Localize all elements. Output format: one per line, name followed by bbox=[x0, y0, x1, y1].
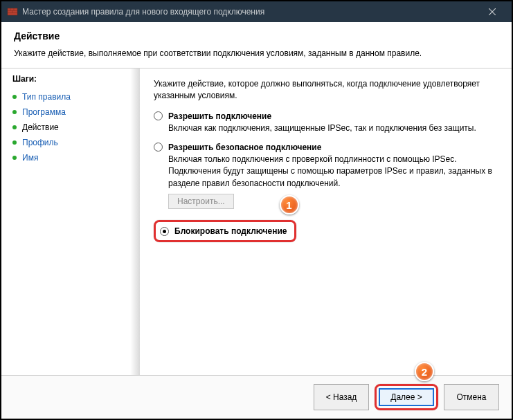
step-profile[interactable]: Профиль bbox=[12, 135, 129, 150]
page-title: Действие bbox=[14, 30, 499, 42]
page-description: Укажите действие, выполняемое при соотве… bbox=[14, 48, 499, 58]
radio-block[interactable] bbox=[160, 227, 169, 236]
callout-badge-1: 1 bbox=[280, 195, 299, 214]
step-name[interactable]: Имя bbox=[12, 150, 129, 165]
bullet-icon bbox=[12, 110, 17, 114]
callout-badge-2: 2 bbox=[415, 362, 434, 381]
step-link[interactable]: Программа bbox=[22, 107, 66, 117]
titlebar: Мастер создания правила для нового входя… bbox=[1, 1, 512, 22]
step-link[interactable]: Имя bbox=[22, 153, 38, 163]
intro-text: Укажите действие, которое должно выполня… bbox=[154, 78, 495, 102]
bullet-icon bbox=[12, 156, 17, 160]
highlight-block-option: Блокировать подключение bbox=[154, 220, 296, 242]
bullet-icon bbox=[12, 125, 17, 129]
option-allow-label: Разрешить подключение bbox=[168, 111, 271, 121]
main-panel: Укажите действие, которое должно выполня… bbox=[140, 69, 512, 375]
wizard-window: Мастер создания правила для нового входя… bbox=[0, 0, 513, 420]
steps-sidebar: Шаги: Тип правила Программа Действие Про… bbox=[1, 69, 140, 375]
step-link[interactable]: Тип правила bbox=[22, 92, 71, 102]
option-allow-desc: Включая как подключения, защищенные IPSe… bbox=[168, 122, 495, 134]
wizard-footer: < Назад Далее > 2 Отмена bbox=[1, 375, 512, 419]
option-allow-secure: Разрешить безопасное подключение Включая… bbox=[154, 143, 495, 209]
back-button[interactable]: < Назад bbox=[314, 384, 369, 410]
customize-button: Настроить... bbox=[168, 194, 234, 209]
step-rule-type[interactable]: Тип правила bbox=[12, 89, 129, 104]
option-allow-secure-label: Разрешить безопасное подключение bbox=[168, 143, 321, 152]
radio-allow[interactable] bbox=[154, 111, 163, 120]
option-allow: Разрешить подключение Включая как подклю… bbox=[154, 111, 495, 134]
step-action[interactable]: Действие bbox=[12, 120, 129, 135]
step-link[interactable]: Профиль bbox=[22, 138, 58, 147]
step-program[interactable]: Программа bbox=[12, 104, 129, 120]
wizard-body: Действие Укажите действие, выполняемое п… bbox=[1, 22, 512, 419]
wizard-header: Действие Укажите действие, выполняемое п… bbox=[1, 22, 512, 68]
close-icon[interactable] bbox=[478, 1, 506, 22]
option-block-label: Блокировать подключение bbox=[174, 226, 287, 236]
step-label-current: Действие bbox=[22, 122, 59, 132]
firewall-icon bbox=[7, 6, 18, 17]
cancel-button[interactable]: Отмена bbox=[444, 384, 499, 410]
next-button[interactable]: Далее > bbox=[379, 388, 434, 406]
content-columns: Шаги: Тип правила Программа Действие Про… bbox=[1, 69, 512, 375]
window-title: Мастер создания правила для нового входя… bbox=[22, 7, 264, 17]
bullet-icon bbox=[12, 95, 17, 99]
steps-heading: Шаги: bbox=[12, 74, 129, 84]
highlight-next-button: Далее > bbox=[375, 384, 438, 410]
option-allow-secure-desc: Включая только подключения с проверкой п… bbox=[168, 154, 495, 190]
bullet-icon bbox=[12, 140, 17, 145]
radio-allow-secure[interactable] bbox=[154, 143, 163, 152]
